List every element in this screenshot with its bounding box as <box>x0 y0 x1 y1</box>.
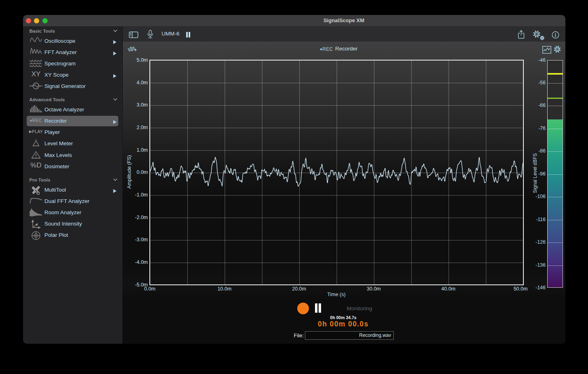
svg-text:i: i <box>555 32 556 38</box>
